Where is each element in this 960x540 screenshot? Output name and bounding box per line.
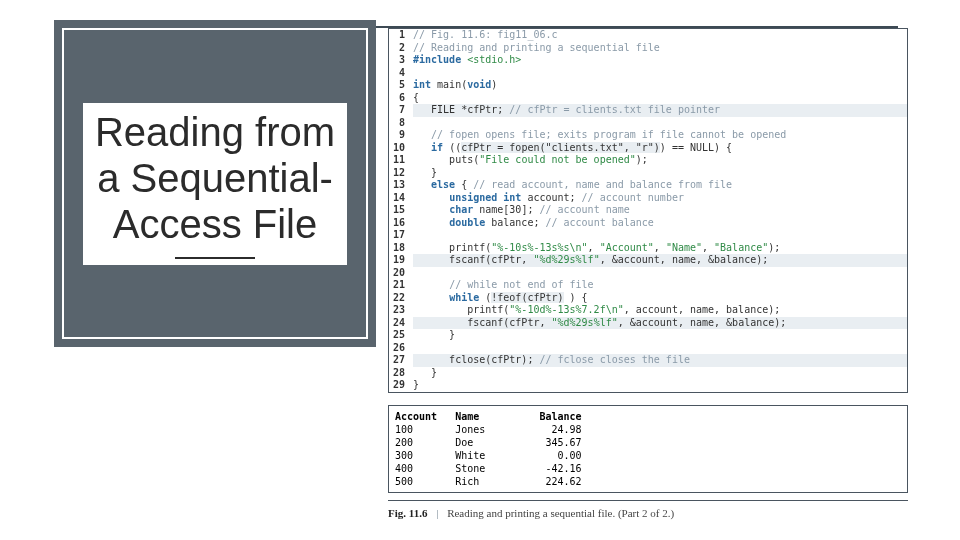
code-content: printf("%-10s%-13s%s\n", "Account", "Nam… [413,242,907,255]
code-line: 26 [389,342,907,355]
code-line: 2// Reading and printing a sequential fi… [389,42,907,55]
code-line: 18 printf("%-10s%-13s%s\n", "Account", "… [389,242,907,255]
output-row: 100 Jones 24.98 [395,423,901,436]
line-number: 1 [389,29,413,42]
output-row: 300 White 0.00 [395,449,901,462]
code-line: 21 // while not end of file [389,279,907,292]
code-content: FILE *cfPtr; // cfPtr = clients.txt file… [413,104,907,117]
code-content: while (!feof(cfPtr) ) { [413,292,907,305]
code-content: } [413,167,907,180]
line-number: 23 [389,304,413,317]
code-content: #include <stdio.h> [413,54,907,67]
slide-title: Reading from a Sequential- Access File [89,109,341,259]
code-line: 20 [389,267,907,280]
line-number: 7 [389,104,413,117]
output-header: Account Name Balance [395,410,901,423]
code-line: 27 fclose(cfPtr); // fclose closes the f… [389,354,907,367]
code-line: 23 printf("%-10d%-13s%7.2f\n", account, … [389,304,907,317]
code-content: // Fig. 11.6: fig11_06.c [413,29,907,42]
line-number: 13 [389,179,413,192]
output-row: 400 Stone -42.16 [395,462,901,475]
code-line: 15 char name[30]; // account name [389,204,907,217]
code-line: 28 } [389,367,907,380]
line-number: 17 [389,229,413,242]
code-line: 29} [389,379,907,392]
code-content [413,229,907,242]
code-content: double balance; // account balance [413,217,907,230]
code-line: 22 while (!feof(cfPtr) ) { [389,292,907,305]
line-number: 8 [389,117,413,130]
code-content: int main(void) [413,79,907,92]
code-line: 11 puts("File could not be opened"); [389,154,907,167]
code-content [413,117,907,130]
code-line: 13 else { // read account, name and bala… [389,179,907,192]
line-number: 20 [389,267,413,280]
line-number: 16 [389,217,413,230]
line-number: 12 [389,167,413,180]
code-line: 19 fscanf(cfPtr, "%d%29s%lf", &account, … [389,254,907,267]
line-number: 6 [389,92,413,105]
code-content: // Reading and printing a sequential fil… [413,42,907,55]
code-content: printf("%-10d%-13s%7.2f\n", account, nam… [413,304,907,317]
line-number: 26 [389,342,413,355]
line-number: 11 [389,154,413,167]
line-number: 15 [389,204,413,217]
line-number: 2 [389,42,413,55]
title-line-1: Reading from [95,110,335,154]
caption-separator: | [430,507,444,519]
code-content: else { // read account, name and balance… [413,179,907,192]
line-number: 29 [389,379,413,392]
line-number: 27 [389,354,413,367]
code-content: } [413,379,907,392]
code-content: if ((cfPtr = fopen("clients.txt", "r")) … [413,142,907,155]
code-line: 7 FILE *cfPtr; // cfPtr = clients.txt fi… [389,104,907,117]
line-number: 25 [389,329,413,342]
figure-caption: Fig. 11.6 | Reading and printing a seque… [388,500,908,519]
code-line: 8 [389,117,907,130]
line-number: 18 [389,242,413,255]
output-row: 200 Doe 345.67 [395,436,901,449]
line-number: 9 [389,129,413,142]
title-line-3: Access File [113,202,318,246]
code-content: char name[30]; // account name [413,204,907,217]
code-content: { [413,92,907,105]
code-line: 1// Fig. 11.6: fig11_06.c [389,29,907,42]
title-line-2: a Sequential- [97,156,333,200]
code-line: 12 } [389,167,907,180]
line-number: 19 [389,254,413,267]
code-line: 16 double balance; // account balance [389,217,907,230]
title-box: Reading from a Sequential- Access File [62,28,368,339]
code-content: // fopen opens file; exits program if fi… [413,129,907,142]
code-line: 10 if ((cfPtr = fopen("clients.txt", "r"… [389,142,907,155]
line-number: 4 [389,67,413,80]
code-content: fscanf(cfPtr, "%d%29s%lf", &account, nam… [413,254,907,267]
code-content: fclose(cfPtr); // fclose closes the file [413,354,907,367]
output-row: 500 Rich 224.62 [395,475,901,488]
line-number: 22 [389,292,413,305]
line-number: 21 [389,279,413,292]
code-content [413,267,907,280]
code-content: } [413,329,907,342]
caption-text: Reading and printing a sequential file. … [447,507,674,519]
code-line: 17 [389,229,907,242]
code-content: unsigned int account; // account number [413,192,907,205]
code-content [413,67,907,80]
code-line: 5int main(void) [389,79,907,92]
code-line: 6{ [389,92,907,105]
code-line: 9 // fopen opens file; exits program if … [389,129,907,142]
code-line: 3#include <stdio.h> [389,54,907,67]
line-number: 5 [389,79,413,92]
code-content: } [413,367,907,380]
code-content [413,342,907,355]
line-number: 14 [389,192,413,205]
line-number: 24 [389,317,413,330]
line-number: 3 [389,54,413,67]
program-output: Account Name Balance100 Jones 24.98200 D… [388,405,908,493]
code-content: puts("File could not be opened"); [413,154,907,167]
line-number: 10 [389,142,413,155]
code-line: 25 } [389,329,907,342]
code-content: fscanf(cfPtr, "%d%29s%lf", &account, nam… [413,317,907,330]
code-content: // while not end of file [413,279,907,292]
code-listing: 1// Fig. 11.6: fig11_06.c2// Reading and… [388,28,908,393]
line-number: 28 [389,367,413,380]
